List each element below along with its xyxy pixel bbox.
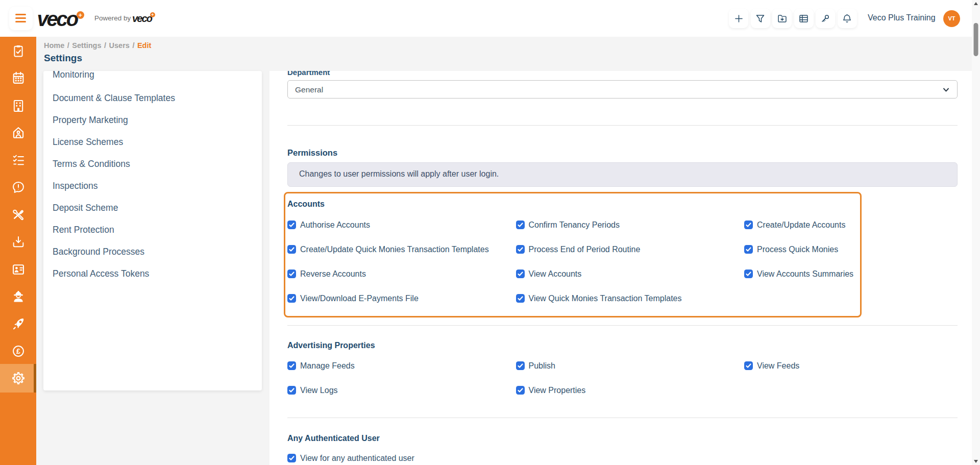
svg-text:£: £: [16, 347, 20, 355]
